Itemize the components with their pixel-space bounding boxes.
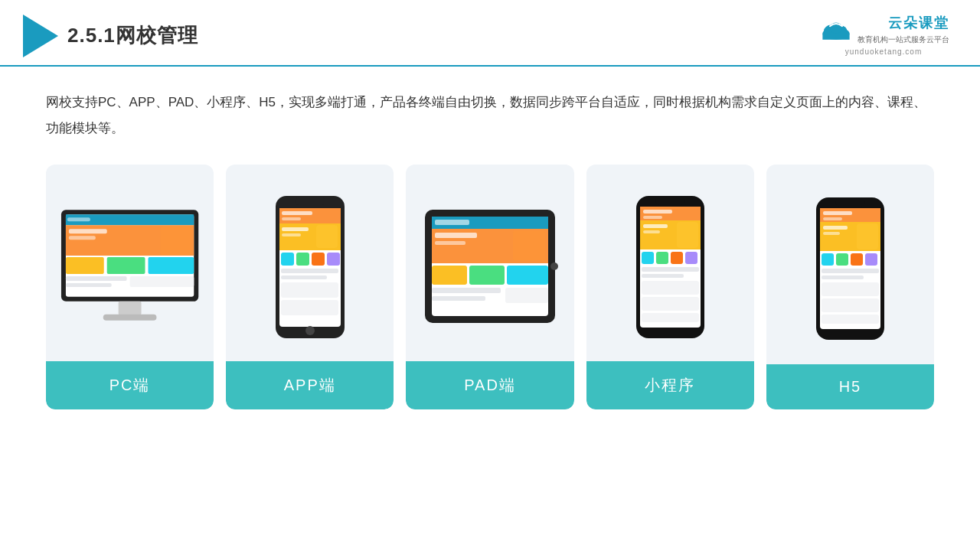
svg-rect-53 <box>432 296 485 301</box>
svg-rect-79 <box>823 217 842 220</box>
page-title: 2.5.1网校管理 <box>67 22 198 49</box>
svg-rect-30 <box>316 225 338 248</box>
svg-rect-88 <box>822 269 879 273</box>
svg-rect-81 <box>823 226 848 230</box>
description-text: 网校支持PC、APP、PAD、小程序、H5，实现多端打通，产品各终端自由切换，数… <box>46 90 934 142</box>
svg-rect-51 <box>507 266 548 285</box>
logo-triangle-icon <box>23 15 58 57</box>
svg-rect-65 <box>642 252 654 264</box>
svg-rect-87 <box>865 253 877 266</box>
svg-rect-36 <box>281 276 327 279</box>
svg-rect-8 <box>67 217 90 221</box>
mini-phone-icon <box>634 194 707 340</box>
svg-rect-82 <box>823 232 840 235</box>
svg-rect-33 <box>312 253 325 266</box>
pad-tablet-icon <box>421 206 559 328</box>
pad-label: PAD端 <box>406 361 573 409</box>
svg-rect-90 <box>822 282 879 296</box>
app-image-area <box>226 165 394 361</box>
svg-rect-25 <box>282 211 312 215</box>
svg-rect-32 <box>296 253 309 266</box>
app-label: APP端 <box>226 361 394 409</box>
card-pc: PC端 <box>46 165 214 409</box>
svg-rect-91 <box>822 298 879 312</box>
svg-rect-13 <box>66 257 104 274</box>
svg-rect-46 <box>435 233 477 238</box>
svg-rect-31 <box>281 253 294 266</box>
brand-tagline: 教育机构一站式服务云平台 <box>858 34 949 45</box>
svg-rect-57 <box>655 196 685 205</box>
svg-rect-71 <box>642 281 699 295</box>
brand-top-row: 云朵课堂 教育机构一站式服务云平台 <box>818 14 949 45</box>
svg-rect-63 <box>643 230 660 233</box>
header-left: 2.5.1网校管理 <box>23 15 198 57</box>
svg-rect-66 <box>656 252 668 264</box>
svg-rect-24 <box>279 208 341 223</box>
svg-rect-89 <box>822 276 864 279</box>
svg-rect-86 <box>851 253 863 266</box>
pc-label: PC端 <box>46 361 214 409</box>
svg-rect-15 <box>149 257 194 274</box>
pc-monitor-icon <box>54 206 206 328</box>
svg-rect-12 <box>160 226 191 255</box>
card-pad: PAD端 <box>406 165 573 409</box>
svg-rect-78 <box>823 211 852 215</box>
body-content: 网校支持PC、APP、PAD、小程序、H5，实现多端打通，产品各终端自由切换，数… <box>0 67 980 425</box>
svg-point-39 <box>305 326 315 335</box>
svg-rect-84 <box>822 253 834 266</box>
svg-rect-37 <box>281 282 338 298</box>
svg-rect-16 <box>66 276 127 281</box>
svg-rect-23 <box>295 197 325 205</box>
svg-rect-52 <box>432 288 501 293</box>
svg-rect-35 <box>281 269 338 273</box>
brand-area: 云朵课堂 教育机构一站式服务云平台 yunduoketang.com <box>818 14 949 57</box>
cloud-icon <box>818 18 854 42</box>
svg-rect-64 <box>677 222 698 248</box>
svg-rect-10 <box>69 229 107 233</box>
svg-rect-29 <box>282 233 301 236</box>
svg-rect-19 <box>119 302 142 315</box>
svg-rect-60 <box>643 216 662 219</box>
svg-rect-44 <box>435 220 469 225</box>
svg-rect-11 <box>69 236 96 240</box>
app-phone-icon <box>272 194 348 340</box>
svg-rect-17 <box>66 283 112 287</box>
brand-name: 云朵课堂 <box>888 14 949 33</box>
svg-rect-92 <box>822 315 879 324</box>
h5-label: H5 <box>766 364 934 409</box>
card-mini: 小程序 <box>586 165 754 409</box>
svg-rect-59 <box>643 210 672 214</box>
card-h5: H5 <box>766 165 934 409</box>
svg-point-42 <box>550 262 558 270</box>
svg-rect-69 <box>642 267 699 272</box>
svg-rect-50 <box>469 266 505 285</box>
card-app: APP端 <box>226 165 394 409</box>
svg-rect-18 <box>130 276 194 287</box>
svg-rect-72 <box>642 297 699 311</box>
svg-rect-34 <box>327 253 340 266</box>
brand-domain: yunduoketang.com <box>845 47 923 57</box>
svg-rect-62 <box>643 224 668 228</box>
svg-rect-49 <box>432 266 467 285</box>
svg-rect-70 <box>642 274 684 278</box>
page-container: 2.5.1网校管理 云朵课堂 教育机构一站式服务云平台 <box>0 0 980 551</box>
svg-rect-26 <box>282 217 301 220</box>
mini-label: 小程序 <box>586 361 754 409</box>
svg-rect-73 <box>642 313 699 322</box>
pad-image-area <box>406 165 573 361</box>
brand-text: 云朵课堂 教育机构一站式服务云平台 <box>858 14 949 45</box>
h5-phone-icon <box>814 196 887 341</box>
svg-rect-76 <box>835 197 865 207</box>
cards-row: PC端 <box>46 165 934 409</box>
header: 2.5.1网校管理 云朵课堂 教育机构一站式服务云平台 <box>0 0 980 67</box>
svg-rect-14 <box>107 257 145 274</box>
svg-rect-85 <box>836 253 848 266</box>
mini-image-area <box>586 165 754 361</box>
svg-rect-20 <box>103 314 157 320</box>
svg-rect-47 <box>435 241 466 245</box>
pc-image-area <box>46 165 214 361</box>
svg-rect-68 <box>685 252 697 264</box>
svg-rect-54 <box>505 288 548 303</box>
svg-rect-67 <box>671 252 683 264</box>
h5-image-area <box>766 165 934 364</box>
